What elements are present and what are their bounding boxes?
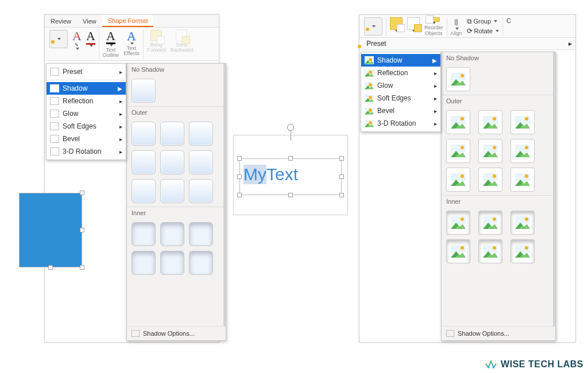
picture-shadow-flyout: No Shadow Outer Inner — [441, 52, 556, 341]
section-no-shadow: No Shadow — [442, 52, 553, 64]
tab-shape-format[interactable]: Shape Format — [102, 15, 154, 27]
menu-soft-edges[interactable]: Soft Edges▸ — [47, 120, 126, 133]
send-backward-button[interactable]: Send Backward — [168, 30, 196, 59]
outer-shadow-thumb[interactable] — [189, 122, 213, 146]
tab-view[interactable]: View — [77, 15, 102, 27]
align-icon: ⫴ — [454, 17, 458, 28]
ribbon-shape-format: A✎ A A Text Outline A Text Effects Bring… — [45, 28, 219, 61]
menu-bevel[interactable]: Bevel▸ — [361, 104, 440, 117]
inner-shadow-thumb[interactable] — [510, 239, 535, 263]
shape-format-panel: Review View Shape Format A✎ A A Text Out… — [44, 14, 219, 343]
menu-reflection[interactable]: Reflection▸ — [47, 95, 126, 107]
outer-shadow-thumb[interactable] — [160, 122, 184, 146]
text-box[interactable]: My Text — [239, 158, 342, 195]
quick-styles-button[interactable] — [47, 30, 70, 59]
outer-shadow-thumb[interactable] — [189, 179, 213, 203]
rotate-handle[interactable] — [287, 124, 294, 131]
rotate-button[interactable]: ⟳ Rotate — [467, 27, 499, 35]
inner-shadow-thumb[interactable] — [189, 251, 213, 275]
outer-shadow-thumb[interactable] — [510, 168, 535, 192]
inner-shadow-thumb[interactable] — [478, 211, 502, 235]
chevron-down-icon — [76, 48, 79, 50]
text-box-content[interactable]: My Text — [240, 159, 341, 190]
text-outline-button[interactable]: A Text Outline — [100, 30, 122, 59]
menu-3d-rotation[interactable]: 3-D Rotation▸ — [47, 145, 126, 158]
inner-shadow-thumb[interactable] — [131, 251, 156, 275]
chevron-down-icon — [57, 38, 61, 40]
menu-reflection[interactable]: Reflection▸ — [361, 67, 440, 79]
outer-shadow-thumb[interactable] — [478, 168, 502, 192]
inner-shadow-thumb[interactable] — [160, 251, 184, 275]
text-effects-button[interactable]: A Text Effects — [121, 30, 141, 59]
outer-shadow-thumb[interactable] — [478, 110, 502, 134]
picture-format-panel: Reorder Objects ⫴ Align ⧉ Group ⟳ Rotate… — [359, 14, 576, 343]
menu-shadow[interactable]: Shadow▶ — [47, 82, 126, 95]
menu-glow[interactable]: Glow▸ — [361, 79, 440, 92]
text-effects-menu: Preset▸ Shadow▶ Reflection▸ Glow▸ Soft E… — [46, 63, 126, 160]
inner-shadow-thumb[interactable] — [189, 222, 213, 246]
text-box-demo: My Text — [233, 135, 348, 215]
outer-shadow-thumb[interactable] — [446, 139, 470, 163]
group-icon: ⧉ — [467, 17, 472, 25]
reorder-objects-button[interactable]: Reorder Objects — [422, 17, 446, 36]
menu-soft-edges[interactable]: Soft Edges▸ — [361, 92, 440, 104]
picture-effects-button[interactable] — [362, 17, 385, 36]
chevron-down-icon — [372, 25, 376, 28]
shadow-flyout: No Shadow Outer Inner — [126, 63, 226, 341]
crop-button[interactable]: C — [504, 17, 512, 36]
inner-shadow-thumb[interactable] — [131, 222, 156, 246]
svg-point-2 — [490, 360, 492, 362]
send-backward-button[interactable] — [405, 17, 422, 36]
outer-shadow-thumb[interactable] — [189, 150, 213, 174]
chevron-down-icon — [110, 44, 113, 46]
selected-shape[interactable] — [19, 193, 82, 267]
inner-shadow-thumb[interactable] — [446, 211, 470, 235]
section-outer: Outer — [127, 106, 223, 118]
inner-shadow-thumb[interactable] — [510, 211, 535, 235]
outer-shadow-thumb[interactable] — [131, 150, 156, 174]
group-button[interactable]: ⧉ Group — [467, 17, 498, 25]
svg-point-1 — [488, 367, 489, 368]
section-inner: Inner — [127, 207, 223, 219]
no-shadow-thumb[interactable] — [446, 67, 470, 91]
chevron-down-icon — [496, 30, 499, 32]
picture-effects-menu: Shadow▶ Reflection▸ Glow▸ Soft Edges▸ Be… — [361, 52, 441, 132]
section-outer: Outer — [442, 95, 553, 107]
ribbon-picture-format: Reorder Objects ⫴ Align ⧉ Group ⟳ Rotate… — [359, 15, 575, 38]
svg-point-0 — [485, 364, 487, 366]
menu-shadow[interactable]: Shadow▶ — [361, 54, 440, 67]
text-red-button[interactable]: A — [84, 30, 98, 59]
outer-shadow-thumb[interactable] — [478, 139, 502, 163]
inner-shadow-thumb[interactable] — [160, 222, 184, 246]
tab-review[interactable]: Review — [45, 15, 77, 27]
shadow-options[interactable]: Shadow Options... — [127, 326, 226, 340]
outer-shadow-thumb[interactable] — [446, 110, 470, 134]
bring-forward-button[interactable] — [388, 17, 405, 36]
text-fill-button[interactable]: A✎ — [70, 30, 84, 59]
outer-shadow-thumb[interactable] — [510, 110, 535, 134]
menu-3d-rotation[interactable]: 3-D Rotation▸ — [361, 117, 440, 130]
outer-shadow-thumb[interactable] — [510, 139, 535, 163]
bring-forward-button[interactable]: Bring Forward — [145, 30, 168, 59]
chevron-down-icon — [455, 28, 459, 30]
section-no-shadow: No Shadow — [127, 64, 223, 75]
preset-row[interactable]: Preset ▸ — [359, 38, 575, 50]
chevron-down-icon — [130, 42, 134, 45]
ribbon-tabs: Review View Shape Format — [45, 15, 219, 28]
outer-shadow-thumb[interactable] — [160, 179, 184, 203]
menu-glow[interactable]: Glow▸ — [47, 107, 126, 120]
inner-shadow-thumb[interactable] — [478, 239, 502, 263]
no-shadow-thumb[interactable] — [131, 79, 156, 103]
rotate-icon: ⟳ — [467, 27, 473, 35]
outer-shadow-thumb[interactable] — [446, 168, 470, 192]
menu-preset[interactable]: Preset▸ — [47, 65, 126, 78]
section-inner: Inner — [442, 195, 553, 207]
outer-shadow-thumb[interactable] — [160, 150, 184, 174]
menu-bevel[interactable]: Bevel▸ — [47, 133, 126, 145]
outer-shadow-thumb[interactable] — [131, 122, 156, 146]
outer-shadow-thumb[interactable] — [131, 179, 156, 203]
brand-watermark: WISE TECH LABS — [485, 358, 583, 371]
shadow-options[interactable]: Shadow Options... — [442, 326, 555, 340]
inner-shadow-thumb[interactable] — [446, 239, 470, 263]
align-button[interactable]: ⫴ Align — [448, 17, 465, 36]
